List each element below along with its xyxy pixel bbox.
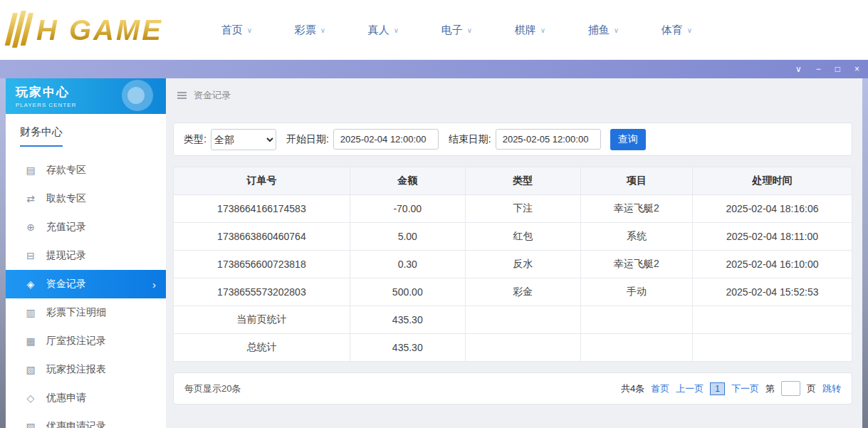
controller-graphic-inner [127, 87, 145, 104]
sidebar-item-label: 资金记录 [46, 278, 86, 291]
sidebar-item-label: 优惠申请 [46, 392, 86, 404]
nav-label: 棋牌 [515, 24, 536, 37]
sidebar-item-player-bet-reports[interactable]: ▧玩家投注报表 [6, 355, 166, 384]
nav-label: 电子 [441, 24, 463, 37]
table-cell: 0.30 [350, 251, 465, 278]
type-select[interactable]: 全部 [211, 129, 276, 150]
logo-text: H GAME [36, 14, 163, 46]
withdrawal-records-icon: ⊟ [24, 250, 37, 261]
table-header-type: 类型 [465, 167, 580, 195]
table-cell [693, 334, 852, 362]
first-page-link[interactable]: 首页 [651, 382, 669, 395]
nav-item-home[interactable]: 首页∨ [200, 24, 273, 37]
table-header-item: 项目 [580, 167, 692, 195]
logo-icon [4, 13, 33, 48]
sidebar-header: 玩家中心 PLAYERS CENTER [6, 78, 166, 114]
chevron-down-icon: ∨ [394, 26, 399, 34]
nav-item-chess[interactable]: 棋牌∨ [493, 24, 567, 37]
nav-label: 体育 [662, 24, 683, 37]
table-row: 1738663860460764 5.00 红包 系统 2025-02-04 1… [174, 223, 852, 251]
page-jump-input[interactable] [781, 381, 800, 396]
table-cell [580, 334, 692, 362]
sidebar-item-hall-bet-records[interactable]: ▦厅室投注记录 [6, 327, 166, 355]
sidebar-item-deposit-zone[interactable]: ▤存款专区 [6, 156, 166, 184]
per-page-label: 每页显示20条 [184, 382, 241, 395]
player-bet-reports-icon: ▧ [24, 364, 37, 375]
sidebar-item-promo-application-records[interactable]: ▨优惠申请记录 [6, 412, 166, 428]
pager: 共4条 首页 上一页 1 下一页 第 页 跳转 [621, 381, 841, 396]
sidebar-item-label: 存款专区 [46, 164, 86, 177]
nav-label: 真人 [368, 24, 389, 37]
nav-label: 捕鱼 [588, 24, 610, 37]
app-body: 玩家中心 PLAYERS CENTER 财务中心 ▤存款专区 ⇄取款专区 ⊕充值… [0, 78, 868, 428]
nav-item-slots[interactable]: 电子∨ [420, 24, 493, 37]
hall-bet-records-icon: ▦ [24, 335, 37, 347]
sidebar-item-label: 提现记录 [46, 249, 86, 262]
window-maximize-icon[interactable]: □ [835, 65, 840, 73]
table-cell: 反水 [465, 251, 580, 278]
table-cell [465, 306, 580, 334]
table-header-time: 处理时间 [693, 167, 852, 195]
sidebar-item-label: 充值记录 [46, 221, 86, 234]
query-button[interactable]: 查询 [610, 129, 646, 150]
deposit-icon: ▤ [24, 165, 37, 176]
table-header-order-no: 订单号 [174, 167, 350, 195]
table-cell: 2025-02-04 15:52:53 [693, 278, 852, 306]
sidebar: 玩家中心 PLAYERS CENTER 财务中心 ▤存款专区 ⇄取款专区 ⊕充值… [6, 78, 166, 428]
sidebar-item-label: 玩家投注报表 [46, 363, 106, 376]
window-chevron-icon[interactable]: ∨ [795, 65, 802, 73]
sidebar-item-withdraw-zone[interactable]: ⇄取款专区 [6, 184, 166, 213]
end-date-input[interactable] [496, 129, 601, 150]
fund-records-icon: ◈ [24, 278, 37, 290]
chevron-down-icon: ∨ [540, 26, 545, 34]
sidebar-item-label: 取款专区 [46, 192, 86, 205]
nav-item-sports[interactable]: 体育∨ [640, 24, 713, 37]
table-row-page-total: 当前页统计 435.30 [174, 306, 852, 334]
sidebar-item-recharge-records[interactable]: ⊕充值记录 [6, 213, 166, 241]
page-title: 资金记录 [194, 89, 231, 102]
funds-table: 订单号 金额 类型 项目 处理时间 1738664166174583 -70.0… [173, 167, 852, 362]
window-close-icon[interactable]: × [854, 65, 859, 73]
table-cell: 435.30 [350, 334, 465, 362]
next-page-link[interactable]: 下一页 [731, 382, 759, 395]
sidebar-item-lottery-bet-details[interactable]: ▥彩票下注明细 [6, 298, 166, 327]
table-cell: 1738663860460764 [174, 223, 350, 251]
table-row: 1738656600723818 0.30 反水 幸运飞艇2 2025-02-0… [174, 251, 852, 278]
chevron-down-icon: ∨ [687, 26, 692, 34]
table-cell: 总统计 [174, 334, 350, 362]
window-minimize-icon[interactable]: − [816, 65, 821, 73]
table-cell [580, 306, 692, 334]
jump-prefix-label: 第 [765, 382, 775, 395]
table-cell [465, 334, 580, 362]
site-header: H GAME 首页∨ 彩票∨ 真人∨ 电子∨ 棋牌∨ 捕鱼∨ 体育∨ [0, 0, 868, 60]
type-label: 类型: [184, 133, 206, 146]
hamburger-icon [177, 95, 187, 96]
table-cell: 系统 [580, 223, 692, 251]
sidebar-item-fund-records[interactable]: ◈资金记录› [6, 270, 166, 298]
nav-item-fishing[interactable]: 捕鱼∨ [567, 24, 640, 37]
nav-item-live[interactable]: 真人∨ [347, 24, 420, 37]
nav-item-lottery[interactable]: 彩票∨ [273, 24, 347, 37]
sidebar-item-withdrawal-records[interactable]: ⊟提现记录 [6, 241, 166, 270]
table-cell: 红包 [465, 223, 580, 251]
start-date-input[interactable] [333, 129, 439, 150]
table-cell: 1738664166174583 [174, 195, 350, 223]
chevron-right-icon: › [152, 278, 156, 291]
jump-button[interactable]: 跳转 [822, 382, 841, 395]
sidebar-item-label: 彩票下注明细 [46, 306, 106, 319]
table-cell: 当前页统计 [174, 306, 350, 334]
main-content: 资金记录 类型: 全部 开始日期: 结束日期: 查询 订单号 金额 类型 项目 … [166, 78, 862, 428]
logo[interactable]: H GAME [9, 13, 163, 48]
table-cell [693, 306, 852, 334]
jump-suffix-label: 页 [807, 382, 816, 395]
table-cell: 幸运飞艇2 [580, 195, 692, 223]
current-page-indicator[interactable]: 1 [710, 382, 725, 395]
prev-page-link[interactable]: 上一页 [676, 382, 704, 395]
chevron-down-icon: ∨ [614, 26, 619, 34]
sidebar-item-label: 优惠申请记录 [46, 420, 106, 428]
sidebar-item-promo-application[interactable]: ◇优惠申请 [6, 384, 166, 412]
table-cell: 下注 [465, 195, 580, 223]
table-cell: 5.00 [350, 223, 465, 251]
filter-bar: 类型: 全部 开始日期: 结束日期: 查询 [173, 122, 852, 156]
end-date-label: 结束日期: [449, 133, 491, 146]
